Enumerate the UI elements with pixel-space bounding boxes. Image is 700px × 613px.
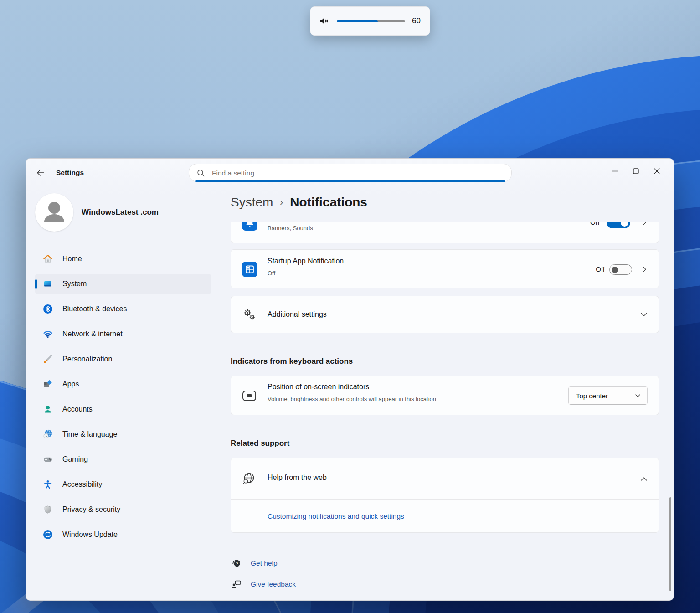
sidebar-item-privacy[interactable]: Privacy & security	[35, 500, 211, 520]
additional-settings-card[interactable]: Additional settings	[231, 296, 659, 333]
get-help-icon: ?	[231, 557, 242, 569]
section-title-related-support: Related support	[231, 439, 659, 450]
search-box[interactable]	[189, 164, 512, 182]
window-controls	[604, 162, 667, 180]
bluetooth-icon	[42, 304, 53, 314]
search-icon	[197, 169, 205, 177]
toggle-knob	[621, 222, 628, 227]
page-title: Notifications	[290, 195, 367, 210]
sidebar-item-windows-update[interactable]: Windows Update	[35, 525, 211, 545]
home-icon	[42, 253, 53, 264]
sidebar-item-label: Accounts	[62, 405, 93, 413]
accounts-icon	[42, 404, 53, 415]
network-icon	[42, 329, 53, 340]
notifications-master-card[interactable]: Banners, Sounds On	[231, 222, 659, 243]
sidebar-item-personalization[interactable]: Personalization	[35, 349, 211, 369]
personalization-icon	[42, 354, 53, 365]
sidebar-item-label: Accessibility	[62, 480, 102, 489]
chevron-right-icon	[641, 266, 648, 273]
notification-bell-icon	[242, 222, 257, 231]
breadcrumb: System › Notifications	[231, 195, 367, 210]
globe-search-icon	[242, 472, 256, 485]
volume-slider-fill	[337, 20, 378, 22]
sidebar-item-label: System	[62, 280, 87, 288]
position-dropdown[interactable]: Top center	[568, 386, 648, 405]
sidebar-item-accounts[interactable]: Accounts	[35, 399, 211, 419]
volume-flyout: 60	[310, 6, 430, 36]
volume-mute-icon[interactable]	[319, 15, 329, 26]
card-subtitle: Banners, Sounds	[268, 225, 313, 232]
chevron-up-icon	[640, 476, 648, 482]
search-input[interactable]	[211, 164, 505, 182]
volume-slider[interactable]	[337, 20, 405, 22]
sidebar-item-label: Bluetooth & devices	[62, 305, 127, 313]
breadcrumb-separator-icon: ›	[280, 196, 283, 207]
maximize-button[interactable]	[625, 162, 646, 180]
sidebar-item-system[interactable]: System	[35, 274, 211, 294]
position-indicators-card: Position of on-screen indicators Volume,…	[231, 376, 659, 415]
chevron-down-icon	[635, 393, 641, 398]
card-title: Position of on-screen indicators	[268, 383, 369, 391]
close-button[interactable]	[646, 162, 667, 180]
apps-icon	[42, 379, 53, 390]
minimize-button[interactable]	[604, 162, 625, 180]
back-button[interactable]	[35, 167, 47, 178]
sidebar-item-accessibility[interactable]: Accessibility	[35, 474, 211, 495]
avatar[interactable]	[35, 193, 73, 232]
sidebar-item-gaming[interactable]: Gaming	[35, 449, 211, 469]
card-title: Additional settings	[268, 310, 327, 319]
give-feedback-link[interactable]: Give feedback	[231, 577, 659, 591]
sidebar-item-bluetooth[interactable]: Bluetooth & devices	[35, 299, 211, 319]
sidebar-item-label: Apps	[62, 380, 79, 388]
sidebar-item-label: Windows Update	[62, 531, 118, 539]
windows-update-icon	[42, 529, 53, 540]
card-subtitle: Volume, brightness and other controls wi…	[268, 396, 436, 402]
settings-window: Settings WindowsLatest .com	[26, 158, 674, 601]
give-feedback-label: Give feedback	[251, 580, 296, 588]
help-from-web-header[interactable]: Help from the web	[231, 458, 659, 499]
sidebar-item-apps[interactable]: Apps	[35, 374, 211, 394]
card-title: Help from the web	[268, 474, 327, 482]
vertical-scrollbar[interactable]	[669, 497, 671, 591]
sidebar-nav: Home System Bluetooth & devices	[35, 249, 211, 550]
volume-value: 60	[412, 16, 421, 26]
card-subtitle: Off	[268, 270, 275, 277]
get-help-label: Get help	[251, 559, 278, 567]
help-from-web-card: Help from the web Customizing notificati…	[231, 458, 659, 533]
sidebar-item-label: Network & internet	[62, 330, 123, 338]
content-scroll-area: Banners, Sounds On Startup App Notificat…	[231, 222, 659, 600]
startup-notification-toggle[interactable]	[609, 264, 632, 275]
section-title-indicators: Indicators from keyboard actions	[231, 357, 659, 368]
breadcrumb-parent[interactable]: System	[231, 195, 273, 210]
sidebar-item-label: Privacy & security	[62, 505, 120, 514]
get-help-link[interactable]: ? Get help	[231, 556, 659, 570]
gaming-icon	[42, 454, 53, 465]
sidebar-item-label: Home	[62, 255, 82, 263]
toggle-state-label: On	[590, 222, 599, 226]
sidebar-item-time-language[interactable]: Time & language	[35, 424, 211, 444]
sidebar-item-network[interactable]: Network & internet	[35, 324, 211, 344]
time-language-icon	[42, 429, 53, 440]
give-feedback-icon	[231, 578, 242, 590]
sidebar-item-label: Personalization	[62, 355, 112, 363]
svg-text:?: ?	[236, 561, 238, 566]
system-icon	[42, 278, 53, 289]
chevron-down-icon	[640, 311, 648, 318]
startup-app-icon	[242, 262, 257, 277]
sidebar-item-label: Time & language	[62, 430, 117, 438]
startup-app-notification-card[interactable]: Startup App Notification Off Off	[231, 249, 659, 288]
sidebar-item-home[interactable]: Home	[35, 249, 211, 269]
on-screen-indicator-icon	[242, 390, 257, 402]
notifications-toggle[interactable]	[607, 222, 630, 228]
gears-icon	[243, 308, 257, 322]
chevron-right-icon	[641, 222, 648, 226]
card-title: Startup App Notification	[268, 257, 344, 265]
toggle-knob	[612, 267, 618, 273]
sidebar-item-label: Gaming	[62, 455, 88, 464]
toggle-state-label: Off	[596, 265, 605, 273]
privacy-shield-icon	[42, 504, 53, 515]
accessibility-icon	[42, 479, 53, 490]
user-name: WindowsLatest .com	[82, 203, 159, 222]
help-link[interactable]: Customizing notifications and quick sett…	[268, 512, 404, 520]
window-title: Settings	[56, 169, 84, 177]
